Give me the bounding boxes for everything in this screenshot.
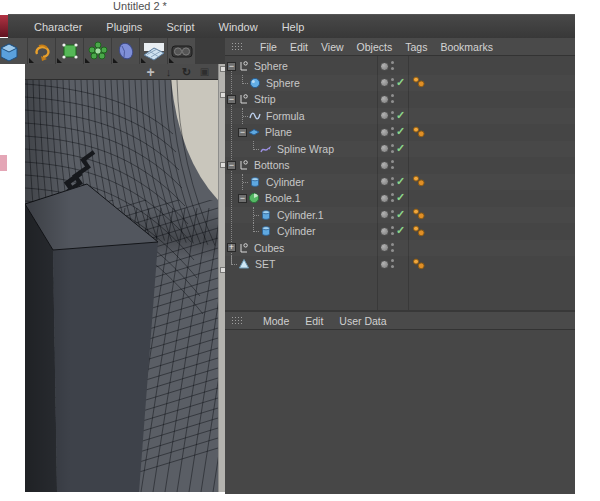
null-object-icon[interactable]	[237, 242, 250, 254]
expander-icon[interactable]	[227, 161, 236, 170]
viewport-canvas[interactable]	[25, 80, 218, 492]
editor-render-dots[interactable]	[391, 94, 394, 97]
panel-grip-icon[interactable]	[231, 316, 244, 326]
tree-row[interactable]: Spline Wrap	[225, 141, 575, 158]
visibility-dot[interactable]	[380, 78, 389, 87]
cylinder-object-icon[interactable]	[260, 209, 273, 221]
object-label[interactable]: Cylinder	[277, 225, 316, 237]
om-menu-tags[interactable]: Tags	[405, 41, 427, 53]
menu-help[interactable]: Help	[282, 21, 305, 33]
om-menu-file[interactable]: File	[260, 41, 277, 53]
editor-render-dots[interactable]	[391, 127, 394, 130]
tree-row[interactable]: Plane	[225, 124, 575, 141]
editor-render-dots[interactable]	[391, 177, 394, 180]
expander-icon[interactable]	[227, 95, 236, 104]
phong-tag-icon[interactable]	[412, 126, 426, 141]
menu-script[interactable]: Script	[166, 21, 194, 33]
enable-checkmark-icon[interactable]	[396, 76, 408, 90]
visibility-dot[interactable]	[380, 260, 389, 269]
phong-tag-icon[interactable]	[412, 76, 426, 91]
sphere-object-icon[interactable]	[249, 77, 262, 89]
tree-row[interactable]: Strip	[225, 91, 575, 108]
plane-object-icon[interactable]	[248, 126, 261, 138]
tree-row[interactable]: Cylinder	[225, 174, 575, 191]
panel-grip-icon[interactable]	[231, 42, 244, 52]
tree-row[interactable]: Formula	[225, 108, 575, 125]
editor-render-dots[interactable]	[391, 78, 394, 81]
editor-render-dots[interactable]	[391, 61, 394, 64]
visibility-dot[interactable]	[380, 95, 389, 104]
formula-object-icon[interactable]	[249, 110, 262, 122]
phong-tag-icon[interactable]	[412, 175, 426, 190]
enable-checkmark-icon[interactable]	[396, 109, 408, 123]
rotate-tool-icon[interactable]	[28, 38, 55, 64]
om-menu-edit[interactable]: Edit	[290, 41, 308, 53]
enable-checkmark-icon[interactable]	[396, 175, 408, 189]
tree-row[interactable]: SET	[225, 256, 575, 273]
expander-icon[interactable]	[238, 128, 247, 137]
editor-render-dots[interactable]	[391, 144, 394, 147]
floor-object-icon[interactable]	[140, 38, 167, 64]
editor-render-dots[interactable]	[391, 193, 394, 196]
visibility-dot[interactable]	[380, 111, 389, 120]
am-menu-mode[interactable]: Mode	[263, 315, 289, 327]
editor-render-dots[interactable]	[391, 111, 394, 114]
menu-plugins[interactable]: Plugins	[106, 21, 142, 33]
tree-row[interactable]: Sphere	[225, 75, 575, 92]
object-label[interactable]: Strip	[254, 93, 276, 105]
visibility-dot[interactable]	[380, 161, 389, 170]
cylinder-object-icon[interactable]	[260, 225, 273, 237]
enable-checkmark-icon[interactable]	[396, 208, 408, 222]
tree-row[interactable]: Boole.1	[225, 190, 575, 207]
editor-render-dots[interactable]	[391, 226, 394, 229]
null-object-icon[interactable]	[237, 159, 250, 171]
om-menu-objects[interactable]: Objects	[357, 41, 393, 53]
boole-object-icon[interactable]	[248, 192, 261, 204]
phong-tag-icon[interactable]	[412, 225, 426, 240]
tree-row[interactable]: Cubes	[225, 240, 575, 257]
cylinder-object-icon[interactable]	[249, 176, 262, 188]
object-label[interactable]: Boole.1	[265, 192, 301, 204]
zoom-icon[interactable]	[163, 66, 174, 78]
enable-checkmark-icon[interactable]	[396, 125, 408, 139]
cube-primitive-icon[interactable]	[0, 38, 27, 64]
visibility-dot[interactable]	[380, 144, 389, 153]
editor-render-dots[interactable]	[391, 259, 394, 262]
object-label[interactable]: Spline Wrap	[277, 143, 334, 155]
cone-object-icon[interactable]	[238, 258, 251, 270]
visibility-dot[interactable]	[380, 128, 389, 137]
menu-window[interactable]: Window	[219, 21, 258, 33]
phong-tag-icon[interactable]	[412, 258, 426, 273]
editor-render-dots[interactable]	[391, 210, 394, 213]
object-label[interactable]: Formula	[266, 110, 305, 122]
pane-splitter[interactable]	[218, 64, 225, 492]
null-object-icon[interactable]	[237, 93, 250, 105]
object-label[interactable]: Bottons	[254, 159, 290, 171]
menu-character[interactable]: Character	[34, 21, 82, 33]
object-label[interactable]: Cylinder.1	[277, 209, 324, 221]
am-menu-userdata[interactable]: User Data	[339, 315, 386, 327]
splinewrap-object-icon[interactable]	[260, 143, 273, 155]
enable-checkmark-icon[interactable]	[396, 224, 408, 238]
object-label[interactable]: Sphere	[254, 60, 288, 72]
visibility-dot[interactable]	[380, 177, 389, 186]
expander-icon[interactable]	[227, 243, 236, 252]
enable-checkmark-icon[interactable]	[396, 142, 408, 156]
expander-icon[interactable]	[238, 194, 247, 203]
visibility-dot[interactable]	[380, 243, 389, 252]
null-object-icon[interactable]	[237, 60, 250, 72]
deformer-object-icon[interactable]	[112, 38, 139, 64]
visibility-dot[interactable]	[380, 62, 389, 71]
visibility-dot[interactable]	[380, 227, 389, 236]
editor-render-dots[interactable]	[391, 160, 394, 163]
object-label[interactable]: Cubes	[254, 242, 284, 254]
toggle-layout-icon[interactable]	[199, 66, 210, 78]
am-menu-edit[interactable]: Edit	[305, 315, 323, 327]
om-menu-view[interactable]: View	[321, 41, 344, 53]
tree-row[interactable]: Bottons	[225, 157, 575, 174]
camera-object-icon[interactable]	[168, 38, 195, 64]
om-menu-bookmarks[interactable]: Bookmarks	[440, 41, 493, 53]
editable-object-icon[interactable]	[56, 38, 83, 64]
pan-icon[interactable]	[145, 66, 156, 78]
expander-icon[interactable]	[227, 62, 236, 71]
